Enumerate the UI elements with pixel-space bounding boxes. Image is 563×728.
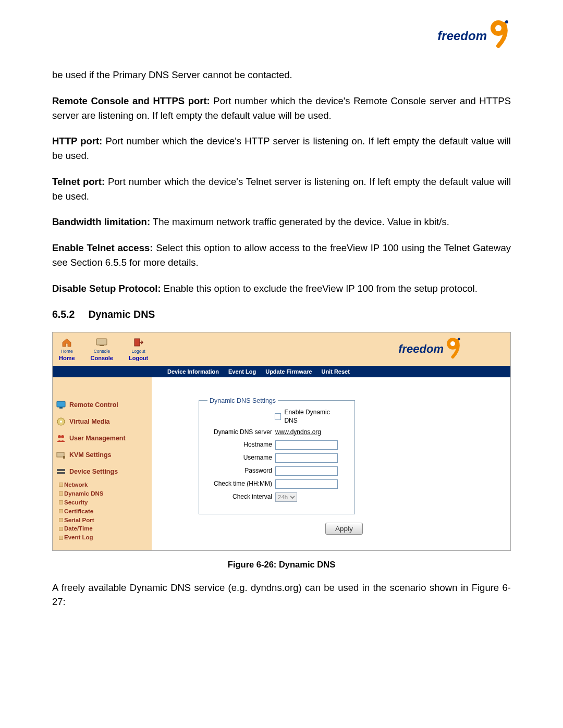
apply-button[interactable]: Apply: [325, 523, 363, 535]
paragraph-dns-secondary: be used if the Primary DNS Server cannot…: [52, 68, 511, 82]
label-telnet-port: Telnet port:: [52, 176, 105, 187]
svg-rect-9: [57, 401, 65, 407]
svg-rect-16: [63, 456, 65, 459]
svg-rect-5: [134, 339, 140, 346]
sidebar-item-virtual-media[interactable]: Virtual Media: [56, 417, 148, 426]
nine-icon: [488, 19, 511, 48]
nav-console-tiny: Console: [94, 349, 110, 354]
nav-icons: Home Home Console Console Logout Logout: [59, 337, 148, 362]
disc-icon: [56, 417, 66, 426]
nav-home-tiny: Home: [61, 349, 73, 354]
section-number: 6.5.2: [52, 309, 75, 320]
sidebar-sub-certificate[interactable]: Certificate: [58, 507, 148, 516]
paragraph-telnet-port: Telnet port: Port number which the devic…: [52, 175, 511, 204]
section-title: Dynamic DNS: [88, 309, 155, 320]
sidebar-sub-date-time[interactable]: Date/Time: [58, 524, 148, 533]
app-nine-icon: [445, 337, 462, 359]
check-interval-label: Check interval: [210, 493, 275, 501]
row-username: Username: [210, 453, 344, 463]
sidebar-item-label: Device Settings: [69, 467, 118, 476]
svg-point-14: [61, 435, 64, 438]
home-icon: [61, 337, 72, 348]
label-bandwidth: Bandwidth limitation:: [52, 216, 150, 227]
bullet-icon: [59, 527, 63, 531]
monitor-icon: [56, 400, 66, 410]
sidebar-item-remote-control[interactable]: Remote Control: [56, 400, 148, 410]
page-logo-header: freedom: [52, 19, 511, 53]
sidebar-sub-security[interactable]: Security: [58, 498, 148, 507]
sidebar-item-kvm-settings[interactable]: KVM Settings: [56, 450, 148, 460]
label-http-port: HTTP port:: [52, 135, 102, 146]
nav-console-label: Console: [91, 354, 113, 362]
sidebar-sub-event-log[interactable]: Event Log: [58, 533, 148, 542]
sidebar-item-label: Remote Control: [69, 401, 118, 409]
username-input[interactable]: [275, 453, 338, 463]
svg-point-7: [450, 341, 455, 346]
hostname-input[interactable]: [275, 440, 338, 450]
users-icon: [56, 434, 66, 443]
check-time-label: Check time (HH:MM): [210, 480, 275, 488]
check-interval-select[interactable]: 24h: [275, 492, 297, 502]
sidebar-sub-serial-port[interactable]: Serial Port: [58, 516, 148, 525]
enable-ddns-checkbox[interactable]: [275, 413, 282, 420]
password-label: Password: [210, 467, 275, 475]
tab-unit-reset[interactable]: Unit Reset: [321, 368, 349, 375]
paragraph-after-figure: A freely available Dynamic DNS service (…: [52, 581, 511, 610]
svg-rect-4: [100, 345, 104, 346]
nav-logout[interactable]: Logout Logout: [129, 337, 148, 362]
paragraph-disable-setup: Disable Setup Protocol: Enable this opti…: [52, 281, 511, 296]
enable-ddns-label: Enable Dynamic DNS: [284, 409, 344, 425]
sidebar-item-user-management[interactable]: User Management: [56, 434, 148, 443]
logout-icon: [133, 337, 144, 348]
app-body: Remote Control Virtual Media User Manage…: [53, 377, 510, 550]
sidebar-sub-dynamic-dns[interactable]: Dynamic DNS: [58, 489, 148, 498]
bullet-icon: [59, 483, 63, 487]
content-area: Dynamic DNS Settings Enable Dynamic DNS …: [152, 377, 510, 550]
app-window: Home Home Console Console Logout Logout: [52, 332, 511, 551]
device-icon: [56, 467, 66, 476]
sidebar-sub-network[interactable]: Network: [58, 480, 148, 489]
sidebar-item-device-settings[interactable]: Device Settings: [56, 467, 148, 476]
nav-home[interactable]: Home Home: [59, 337, 75, 362]
console-icon: [96, 337, 107, 348]
sidebar-sub-label: Certificate: [64, 508, 93, 515]
label-enable-telnet: Enable Telnet access:: [52, 242, 153, 253]
svg-point-2: [505, 20, 508, 23]
svg-rect-17: [57, 469, 65, 471]
ddns-server-link[interactable]: www.dyndns.org: [275, 428, 321, 437]
sidebar-sub-label: Serial Port: [64, 516, 94, 524]
check-time-input[interactable]: [275, 479, 338, 489]
app-logo: freedom: [398, 337, 462, 363]
password-input[interactable]: [275, 466, 338, 476]
section-heading: 6.5.2Dynamic DNS: [52, 307, 511, 322]
app-header: Home Home Console Console Logout Logout: [53, 332, 510, 366]
figure-caption: Figure 6-26: Dynamic DNS: [52, 558, 511, 571]
tab-event-log[interactable]: Event Log: [228, 368, 256, 375]
bullet-icon: [59, 536, 63, 540]
bullet-icon: [59, 500, 63, 504]
row-ddns-server: Dynamic DNS server www.dyndns.org: [210, 428, 344, 437]
tab-update-firmware[interactable]: Update Firmware: [265, 368, 312, 375]
nav-console[interactable]: Console Console: [91, 337, 113, 362]
svg-point-12: [60, 421, 62, 423]
sidebar-item-label: Virtual Media: [69, 417, 110, 426]
hostname-label: Hostname: [210, 441, 275, 449]
bullet-icon: [59, 509, 63, 513]
svg-point-13: [58, 435, 61, 438]
sidebar-sub-label: Security: [64, 499, 88, 507]
row-password: Password: [210, 466, 344, 476]
svg-rect-10: [59, 407, 63, 409]
kvm-icon: [56, 450, 66, 460]
tab-device-information[interactable]: Device Information: [167, 368, 219, 375]
username-label: Username: [210, 454, 275, 462]
paragraph-bandwidth: Bandwidth limitation: The maximum networ…: [52, 215, 511, 229]
row-hostname: Hostname: [210, 440, 344, 450]
sidebar-item-label: User Management: [69, 434, 126, 442]
ddns-server-label: Dynamic DNS server: [210, 428, 275, 437]
row-check-interval: Check interval 24h: [210, 492, 344, 502]
nav-logout-tiny: Logout: [132, 349, 145, 354]
row-check-time: Check time (HH:MM): [210, 479, 344, 489]
svg-point-8: [458, 338, 460, 340]
row-enable-ddns: Enable Dynamic DNS: [210, 409, 344, 425]
sidebar-sub-label: Dynamic DNS: [64, 490, 103, 498]
